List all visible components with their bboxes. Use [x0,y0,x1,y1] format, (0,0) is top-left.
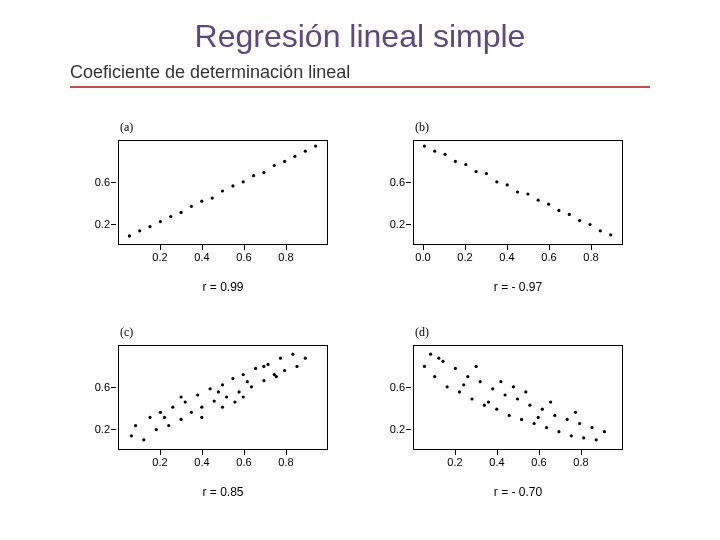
svg-point-47 [184,401,187,404]
svg-point-66 [295,365,298,368]
svg-point-71 [242,395,245,398]
y-tick-mark [406,182,411,183]
y-tick-label: 0.2 [390,423,405,435]
x-tick-label: 0.8 [573,456,588,468]
svg-point-64 [283,369,286,372]
svg-point-106 [595,438,598,441]
svg-point-91 [504,393,507,396]
svg-point-6 [190,205,193,208]
panel-d-y-ticks: 0.2 0.6 [375,345,411,450]
panel-b-label: (b) [415,120,429,135]
x-tick-label: 0.2 [152,251,167,263]
svg-point-75 [233,401,236,404]
y-tick-label: 0.6 [390,381,405,393]
svg-point-81 [441,360,444,363]
svg-point-117 [462,383,465,386]
x-tick-label: 0.4 [499,251,514,263]
y-tick-label: 0.2 [95,218,110,230]
panel-a-r-label: r = 0.99 [118,280,328,294]
svg-point-12 [252,174,255,177]
svg-point-15 [283,160,286,163]
panel-a-x-ticks: 0.2 0.4 0.6 0.8 [118,245,328,265]
svg-point-35 [588,223,591,226]
svg-point-85 [466,375,469,378]
chart-grid: (a) 0.2 0.6 0.2 0.4 0.6 0.8 r = 0.99 (b)… [80,120,640,520]
svg-point-70 [221,406,224,409]
x-tick-mark [465,245,466,250]
svg-point-72 [262,365,265,368]
svg-point-40 [142,438,145,441]
svg-point-77 [275,375,278,378]
x-tick-mark [549,245,550,250]
svg-point-42 [155,428,158,431]
svg-point-24 [475,170,478,173]
svg-point-7 [200,200,203,203]
panel-a-label: (a) [120,120,133,135]
svg-point-107 [603,430,606,433]
svg-point-11 [242,180,245,183]
svg-point-61 [266,363,269,366]
svg-point-104 [582,436,585,439]
svg-point-97 [541,408,544,411]
x-tick-label: 0.2 [152,456,167,468]
x-tick-label: 0.6 [531,456,546,468]
y-tick-mark [111,387,116,388]
svg-point-34 [578,219,581,222]
x-tick-mark [202,245,203,250]
x-tick-mark [202,450,203,455]
svg-point-68 [180,395,183,398]
page-subtitle: Coeficiente de determinación lineal [70,62,350,83]
panel-b-r-label: r = - 0.97 [413,280,623,294]
y-tick-label: 0.2 [95,423,110,435]
y-tick-mark [406,387,411,388]
panel-d-r-label: r = - 0.70 [413,485,623,499]
svg-point-115 [512,385,515,388]
svg-point-0 [128,234,131,237]
x-tick-mark [286,245,287,250]
svg-point-69 [200,416,203,419]
svg-point-92 [508,414,511,417]
svg-point-50 [200,406,203,409]
svg-point-111 [524,390,527,393]
svg-point-3 [159,220,162,223]
svg-point-79 [429,353,432,356]
panel-a-y-ticks: 0.2 0.6 [80,140,116,245]
svg-point-109 [475,365,478,368]
svg-point-46 [180,418,183,421]
svg-point-18 [314,145,317,148]
x-tick-label: 0.8 [583,251,598,263]
svg-point-30 [537,199,540,202]
svg-point-60 [262,379,265,382]
panel-b-x-ticks: 0.0 0.2 0.4 0.6 0.8 [413,245,623,265]
svg-point-27 [506,183,509,186]
x-tick-mark [160,450,161,455]
panel-c-x-ticks: 0.2 0.4 0.6 0.8 [118,450,328,470]
svg-point-19 [423,145,426,148]
y-tick-label: 0.2 [390,218,405,230]
svg-point-63 [279,357,282,360]
svg-point-37 [609,233,612,236]
x-tick-label: 0.4 [489,456,504,468]
x-tick-label: 0.4 [194,251,209,263]
svg-point-87 [479,380,482,383]
svg-point-28 [516,190,519,193]
svg-point-41 [148,416,151,419]
svg-point-32 [557,209,560,212]
panel-b: (b) 0.2 0.6 0.0 0.2 0.4 0.6 0.8 r = - 0.… [375,120,630,315]
svg-point-102 [570,434,573,437]
svg-point-2 [148,225,151,228]
panel-d-x-ticks: 0.2 0.4 0.6 0.8 [413,450,623,470]
svg-point-89 [491,387,494,390]
page-title: Regresión lineal simple [0,18,720,55]
x-tick-mark [244,245,245,250]
svg-point-39 [134,424,137,427]
x-tick-label: 0.4 [194,456,209,468]
svg-point-55 [231,377,234,380]
svg-point-48 [190,411,193,414]
svg-point-82 [446,385,449,388]
svg-point-114 [487,401,490,404]
panel-d: (d) 0.2 0.6 0.2 0.4 0.6 0.8 r = - 0.70 [375,325,630,520]
panel-c: (c) 0.2 0.6 0.2 0.4 0.6 0.8 r = 0.85 [80,325,335,520]
svg-point-51 [209,387,212,390]
svg-point-17 [304,150,307,153]
